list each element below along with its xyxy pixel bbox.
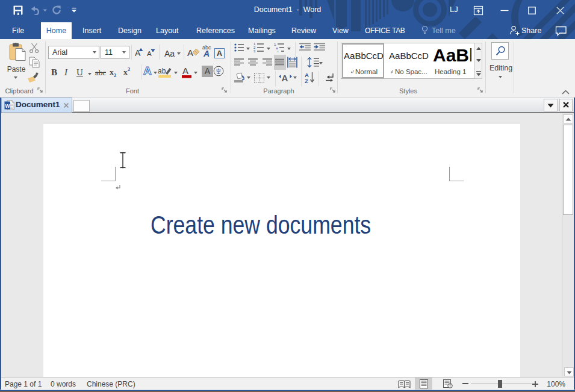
svg-text:W: W	[5, 103, 11, 109]
svg-text:i: i	[278, 50, 278, 53]
svg-text:ab: ab	[158, 67, 166, 75]
svg-text:A: A	[282, 73, 288, 83]
svg-text:A: A	[187, 48, 193, 58]
svg-text:Z: Z	[305, 78, 308, 84]
svg-text:3: 3	[253, 49, 256, 52]
svg-text:A: A	[182, 66, 188, 76]
